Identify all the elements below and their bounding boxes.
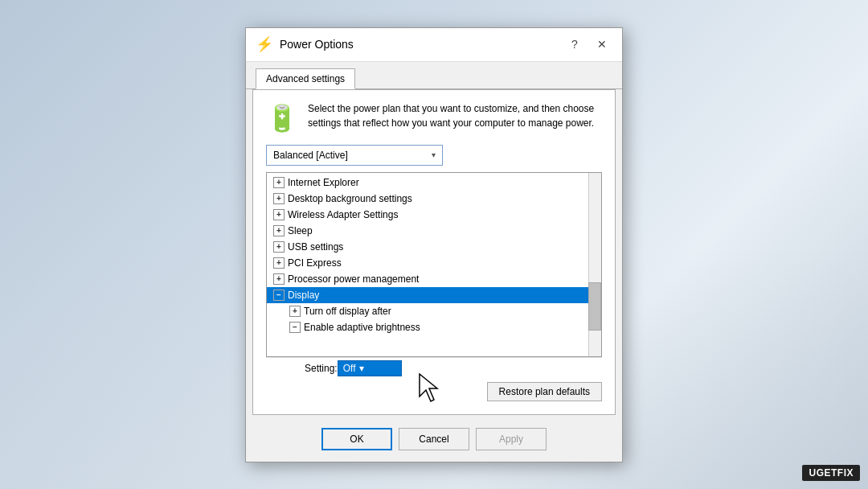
tree-label-9: Turn off display after bbox=[304, 306, 391, 317]
tree-item-pci-express[interactable]: + PCI Express bbox=[267, 255, 601, 271]
tree-label-6: PCI Express bbox=[288, 257, 342, 269]
setting-value-dropdown[interactable]: Off ▾ bbox=[338, 360, 402, 376]
setting-value: Off bbox=[343, 363, 356, 374]
tree-item-adaptive-brightness[interactable]: − Enable adaptive brightness bbox=[267, 319, 601, 335]
scrollbar-track bbox=[588, 173, 601, 356]
restore-row: Restore plan defaults bbox=[266, 379, 602, 403]
battery-icon: 🔋 bbox=[266, 103, 298, 134]
setting-label: Setting: bbox=[305, 363, 338, 374]
tab-bar: Advanced settings bbox=[246, 62, 622, 89]
apply-button[interactable]: Apply bbox=[476, 428, 547, 450]
watermark-logo: UGETFIX bbox=[802, 465, 860, 481]
expand-icon-9: + bbox=[289, 306, 301, 317]
power-icon: ⚡ bbox=[256, 35, 273, 53]
tree-label-5: USB settings bbox=[288, 241, 343, 253]
expand-icon-10: − bbox=[289, 322, 301, 333]
ok-button[interactable]: OK bbox=[321, 428, 392, 450]
tree-item-turn-off-display[interactable]: + Turn off display after bbox=[267, 303, 601, 319]
expand-icon-5: + bbox=[273, 241, 285, 253]
tree-container: + Internet Explorer + Desktop background… bbox=[266, 172, 602, 357]
setting-row: Setting: Off ▾ bbox=[266, 357, 602, 379]
dropdown-container: Balanced [Active] ▾ bbox=[266, 145, 602, 166]
title-bar: ⚡ Power Options ? ✕ bbox=[246, 28, 622, 62]
description-section: 🔋 Select the power plan that you want to… bbox=[266, 101, 602, 134]
tree-label-10: Enable adaptive brightness bbox=[304, 322, 420, 333]
setting-value-arrow-icon: ▾ bbox=[359, 363, 364, 374]
close-button[interactable]: ✕ bbox=[592, 34, 612, 55]
tree-list: + Internet Explorer + Desktop background… bbox=[267, 173, 601, 356]
tree-item-processor-power[interactable]: + Processor power management bbox=[267, 271, 601, 287]
scrollbar-thumb[interactable] bbox=[588, 282, 601, 331]
tree-item-display[interactable]: − Display bbox=[267, 287, 601, 303]
tree-label-8: Display bbox=[288, 290, 319, 301]
content-area: 🔋 Select the power plan that you want to… bbox=[252, 89, 616, 415]
plan-dropdown[interactable]: Balanced [Active] ▾ bbox=[266, 145, 443, 166]
expand-icon-3: + bbox=[273, 209, 285, 220]
tree-label-7: Processor power management bbox=[288, 273, 419, 285]
tab-advanced-settings[interactable]: Advanced settings bbox=[256, 68, 355, 89]
expand-icon-7: + bbox=[273, 273, 285, 285]
tree-label-1: Internet Explorer bbox=[288, 177, 359, 188]
tree-item-sleep[interactable]: + Sleep bbox=[267, 223, 601, 239]
restore-plan-defaults-button[interactable]: Restore plan defaults bbox=[487, 382, 602, 401]
tree-label-2: Desktop background settings bbox=[288, 193, 412, 204]
cancel-button[interactable]: Cancel bbox=[399, 428, 469, 450]
dialog-title: Power Options bbox=[280, 38, 558, 51]
description-text: Select the power plan that you want to c… bbox=[308, 101, 602, 130]
help-button[interactable]: ? bbox=[564, 34, 585, 55]
footer: OK Cancel Apply bbox=[246, 421, 622, 462]
expand-icon-8: − bbox=[273, 290, 285, 301]
dropdown-arrow-icon: ▾ bbox=[432, 150, 436, 159]
tree-item-usb-settings[interactable]: + USB settings bbox=[267, 239, 601, 255]
tree-label-3: Wireless Adapter Settings bbox=[288, 209, 398, 220]
title-controls: ? ✕ bbox=[564, 34, 612, 55]
tree-item-internet-explorer[interactable]: + Internet Explorer bbox=[267, 175, 601, 191]
tree-label-4: Sleep bbox=[288, 225, 313, 236]
tree-item-wireless-adapter[interactable]: + Wireless Adapter Settings bbox=[267, 207, 601, 223]
dropdown-value: Balanced [Active] bbox=[273, 150, 348, 161]
expand-icon-2: + bbox=[273, 193, 285, 204]
tree-item-desktop-background[interactable]: + Desktop background settings bbox=[267, 191, 601, 207]
power-options-dialog: ⚡ Power Options ? ✕ Advanced settings 🔋 … bbox=[245, 27, 623, 462]
expand-icon-6: + bbox=[273, 257, 285, 269]
expand-icon-1: + bbox=[273, 177, 285, 188]
expand-icon-4: + bbox=[273, 225, 285, 236]
